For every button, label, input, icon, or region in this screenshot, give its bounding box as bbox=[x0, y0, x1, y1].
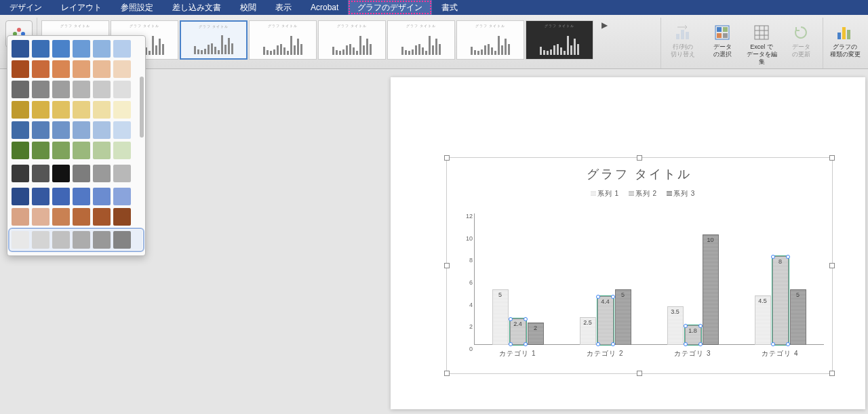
chart-legend[interactable]: 系列 1 系列 2 系列 3 bbox=[447, 189, 832, 199]
color-swatch[interactable] bbox=[113, 40, 131, 58]
bar-series-1[interactable]: 5 bbox=[492, 212, 509, 345]
color-swatch[interactable] bbox=[12, 60, 29, 78]
menu-item-6[interactable]: Acrobat bbox=[301, 0, 348, 15]
selection-handle[interactable] bbox=[596, 342, 600, 346]
color-swatch[interactable] bbox=[12, 165, 29, 182]
bar-series-2[interactable]: 8 bbox=[772, 212, 789, 345]
menu-item-4[interactable]: 校閲 bbox=[231, 0, 266, 15]
chart-style-thumb[interactable]: グラフ タイトル bbox=[249, 20, 317, 60]
chart-style-thumb[interactable]: グラフ タイトル bbox=[318, 20, 386, 60]
menu-item-7[interactable]: グラフのデザイン bbox=[348, 0, 432, 15]
color-swatch[interactable] bbox=[73, 81, 90, 98]
color-swatch[interactable] bbox=[113, 208, 131, 226]
chart-title[interactable]: グラフ タイトル bbox=[447, 158, 832, 182]
bar-series-1[interactable]: 3.5 bbox=[667, 212, 684, 345]
color-swatch[interactable] bbox=[12, 81, 29, 98]
menu-item-5[interactable]: 表示 bbox=[266, 0, 301, 15]
bar-series-3[interactable]: 2 bbox=[528, 212, 544, 345]
color-swatch[interactable] bbox=[12, 101, 29, 119]
color-swatch[interactable] bbox=[12, 142, 29, 159]
chart-style-thumb[interactable]: グラフ タイトル bbox=[526, 20, 593, 60]
color-palette-dropdown[interactable] bbox=[7, 35, 146, 256]
palette-row[interactable] bbox=[12, 81, 141, 98]
resize-handle[interactable] bbox=[444, 155, 450, 161]
chart-style-thumb[interactable]: グラフ タイトル bbox=[387, 20, 455, 60]
color-swatch[interactable] bbox=[73, 142, 90, 159]
color-swatch[interactable] bbox=[52, 81, 70, 98]
color-swatch[interactable] bbox=[113, 165, 131, 182]
resize-handle[interactable] bbox=[444, 263, 450, 268]
color-swatch[interactable] bbox=[32, 81, 50, 98]
color-swatch[interactable] bbox=[73, 208, 90, 226]
select-data-button[interactable]: データ の選択 bbox=[705, 20, 740, 58]
color-swatch[interactable] bbox=[93, 208, 111, 226]
color-swatch[interactable] bbox=[113, 81, 131, 98]
color-swatch[interactable] bbox=[52, 188, 70, 205]
color-swatch[interactable] bbox=[113, 101, 131, 119]
selection-handle[interactable] bbox=[684, 342, 688, 346]
resize-handle[interactable] bbox=[829, 371, 835, 376]
selection-handle[interactable] bbox=[684, 324, 688, 328]
chart-style-thumb[interactable]: グラフ タイトル bbox=[180, 20, 248, 60]
edit-data-excel-button[interactable]: Excel で データを編集 bbox=[744, 20, 779, 65]
color-swatch[interactable] bbox=[12, 188, 29, 205]
color-swatch[interactable] bbox=[32, 165, 50, 182]
color-swatch[interactable] bbox=[93, 101, 111, 119]
change-chart-type-button[interactable]: グラフの 種類の変更 bbox=[827, 20, 863, 58]
color-swatch[interactable] bbox=[73, 231, 90, 249]
color-swatch[interactable] bbox=[52, 142, 70, 159]
color-swatch[interactable] bbox=[52, 101, 70, 119]
color-swatch[interactable] bbox=[73, 40, 90, 58]
menu-item-8[interactable]: 書式 bbox=[432, 0, 467, 15]
selection-handle[interactable] bbox=[771, 342, 775, 346]
color-swatch[interactable] bbox=[73, 60, 90, 78]
color-swatch[interactable] bbox=[32, 60, 50, 78]
resize-handle[interactable] bbox=[444, 371, 450, 376]
resize-handle[interactable] bbox=[829, 155, 835, 161]
bar-series-2[interactable]: 2.4 bbox=[510, 212, 526, 345]
chart-object[interactable]: グラフ タイトル 系列 1 系列 2 系列 3 024681012 52.42カ… bbox=[446, 157, 833, 374]
bar-series-2[interactable]: 1.8 bbox=[685, 212, 701, 345]
palette-row[interactable] bbox=[12, 208, 141, 226]
resize-handle[interactable] bbox=[637, 371, 642, 376]
color-swatch[interactable] bbox=[113, 231, 131, 249]
color-swatch[interactable] bbox=[52, 121, 70, 139]
bar-series-1[interactable]: 4.5 bbox=[755, 212, 771, 345]
color-swatch[interactable] bbox=[52, 231, 70, 249]
color-swatch[interactable] bbox=[73, 101, 90, 119]
menu-item-1[interactable]: レイアウト bbox=[52, 0, 111, 15]
selection-handle[interactable] bbox=[509, 317, 513, 321]
palette-row[interactable] bbox=[12, 40, 141, 58]
palette-row[interactable] bbox=[12, 60, 141, 78]
palette-row[interactable] bbox=[12, 121, 141, 139]
palette-row[interactable] bbox=[12, 165, 141, 182]
color-swatch[interactable] bbox=[113, 188, 131, 205]
selection-handle[interactable] bbox=[509, 342, 513, 346]
bar-series-1[interactable]: 2.5 bbox=[580, 212, 596, 345]
color-swatch[interactable] bbox=[32, 188, 50, 205]
color-swatch[interactable] bbox=[12, 208, 29, 226]
color-swatch[interactable] bbox=[93, 121, 111, 139]
resize-handle[interactable] bbox=[637, 155, 642, 161]
color-swatch[interactable] bbox=[93, 231, 111, 249]
color-swatch[interactable] bbox=[113, 60, 131, 78]
color-swatch[interactable] bbox=[93, 81, 111, 98]
palette-row[interactable] bbox=[12, 101, 141, 119]
palette-row[interactable] bbox=[10, 230, 142, 250]
palette-scrollbar[interactable] bbox=[140, 49, 144, 242]
color-swatch[interactable] bbox=[93, 188, 111, 205]
color-swatch[interactable] bbox=[113, 121, 131, 139]
menu-item-0[interactable]: デザイン bbox=[0, 0, 52, 15]
color-swatch[interactable] bbox=[73, 188, 90, 205]
bar-series-2[interactable]: 4.4 bbox=[597, 212, 614, 345]
color-swatch[interactable] bbox=[93, 60, 111, 78]
color-swatch[interactable] bbox=[93, 142, 111, 159]
color-swatch[interactable] bbox=[32, 101, 50, 119]
color-swatch[interactable] bbox=[52, 40, 70, 58]
selection-handle[interactable] bbox=[596, 295, 600, 299]
color-swatch[interactable] bbox=[52, 208, 70, 226]
resize-handle[interactable] bbox=[829, 263, 835, 268]
bar-series-3[interactable]: 10 bbox=[703, 212, 719, 345]
color-swatch[interactable] bbox=[32, 40, 50, 58]
color-swatch[interactable] bbox=[113, 142, 131, 159]
